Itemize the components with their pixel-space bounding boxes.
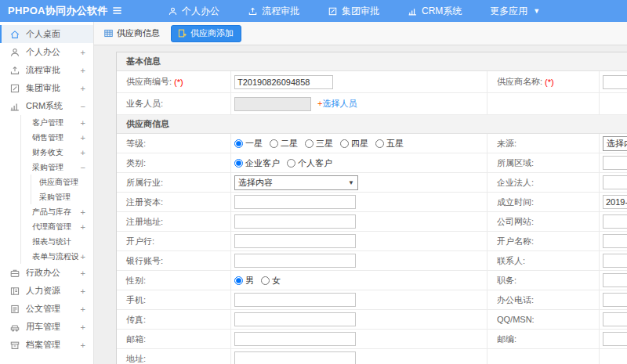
- radio-input[interactable]: [340, 139, 349, 148]
- address-input[interactable]: [234, 351, 356, 364]
- office-phone-input[interactable]: [603, 293, 627, 307]
- mobile-input[interactable]: [234, 293, 356, 307]
- radio-input[interactable]: [287, 159, 295, 168]
- required-mark: (*): [545, 77, 554, 87]
- level-option[interactable]: 三星: [305, 138, 333, 150]
- staff-input[interactable]: [234, 97, 311, 111]
- collapse-icon[interactable]: −: [78, 102, 85, 111]
- expand-icon[interactable]: +: [78, 133, 85, 142]
- sidebar-item-finance[interactable]: 财务收支 +: [21, 145, 93, 160]
- bank-no-input[interactable]: [234, 254, 356, 268]
- expand-icon[interactable]: +: [78, 207, 85, 217]
- nav-group-approval[interactable]: 集团审批: [328, 5, 379, 18]
- website-label: 公司网站:: [487, 212, 599, 231]
- expand-icon[interactable]: +: [78, 323, 85, 332]
- zip-input[interactable]: [603, 332, 627, 346]
- gender-option[interactable]: 男: [234, 275, 254, 287]
- sidebar-item-purchasing[interactable]: 采购管理: [31, 189, 93, 204]
- expand-icon[interactable]: +: [78, 268, 85, 278]
- zip-label: 邮编:: [487, 330, 599, 348]
- expand-icon[interactable]: +: [78, 48, 85, 57]
- expand-icon[interactable]: +: [78, 287, 85, 296]
- sidebar-item-flow-approval[interactable]: 流程审批 +: [0, 61, 93, 79]
- industry-select[interactable]: 选择内容▼: [234, 175, 358, 190]
- sidebar-item-reports[interactable]: 报表与统计: [21, 234, 93, 249]
- level-option[interactable]: 一星: [234, 138, 263, 150]
- sidebar-item-personal-desktop[interactable]: 个人桌面: [0, 25, 93, 43]
- expand-icon[interactable]: +: [78, 66, 85, 75]
- radio-input[interactable]: [375, 139, 384, 148]
- level-option[interactable]: 四星: [340, 138, 368, 150]
- radio-input[interactable]: [234, 139, 243, 148]
- website-input[interactable]: [603, 214, 627, 229]
- radio-input[interactable]: [261, 276, 270, 285]
- sidebar-item-form-flow-settings[interactable]: 表单与流程设置 +: [21, 249, 93, 264]
- form-cell: [230, 330, 487, 348]
- tab-supplier-info[interactable]: 供应商信息: [103, 27, 160, 39]
- expand-icon[interactable]: +: [78, 252, 85, 261]
- expand-icon[interactable]: +: [78, 341, 85, 350]
- sidebar-item-crm-system[interactable]: CRM系统 −: [0, 97, 93, 115]
- form-cell: [230, 251, 487, 270]
- bank-input[interactable]: [234, 234, 356, 248]
- capital-input[interactable]: [234, 195, 356, 209]
- form-row: 业务人员: +选择人员: [117, 93, 627, 115]
- email-input[interactable]: [234, 332, 356, 346]
- nav-personal-office[interactable]: 个人办公: [168, 5, 219, 18]
- form-cell: [599, 93, 627, 114]
- level-option[interactable]: 五星: [375, 138, 404, 150]
- sidebar-item-customer-mgmt[interactable]: 客户管理 +: [21, 115, 93, 130]
- fax-input[interactable]: [234, 312, 356, 326]
- nav-flow-approval[interactable]: 流程审批: [248, 5, 299, 18]
- qq-input[interactable]: [603, 312, 627, 326]
- sidebar-item-personal-office[interactable]: 个人办公 +: [0, 43, 93, 61]
- nav-crm-system[interactable]: CRM系统: [408, 5, 462, 18]
- radio-input[interactable]: [234, 276, 243, 285]
- category-option[interactable]: 企业客户: [234, 157, 280, 169]
- form-cell: [599, 251, 627, 270]
- form-cell: [599, 71, 627, 92]
- title-input[interactable]: [603, 273, 627, 287]
- radio-input[interactable]: [234, 159, 243, 168]
- sidebar-item-sales-mgmt[interactable]: 销售管理 +: [21, 130, 93, 145]
- legal-input[interactable]: [603, 175, 627, 189]
- sidebar-item-archive-mgmt[interactable]: 档案管理 +: [0, 336, 93, 354]
- sidebar-item-admin-office[interactable]: 行政办公 +: [0, 264, 93, 282]
- form-row: 注册地址: 公司网站:: [117, 212, 627, 232]
- menu-toggle-icon[interactable]: [111, 5, 124, 17]
- nav-more-apps[interactable]: 更多应用 ▼: [490, 5, 540, 18]
- supplier-no-input[interactable]: [234, 75, 333, 89]
- collapse-icon[interactable]: −: [78, 163, 85, 172]
- expand-icon[interactable]: +: [78, 305, 85, 314]
- choose-person-link[interactable]: +选择人员: [317, 98, 357, 110]
- sidebar-item-document-mgmt[interactable]: 公文管理 +: [0, 300, 93, 318]
- account-name-input[interactable]: [603, 234, 627, 248]
- sidebar-item-supplier-mgmt[interactable]: 供应商管理: [31, 175, 93, 189]
- reg-address-input[interactable]: [234, 214, 356, 229]
- contact-label: 联系人:: [487, 251, 599, 270]
- level-option[interactable]: 二星: [270, 138, 298, 150]
- nav-label: 更多应用: [490, 5, 527, 18]
- sidebar-item-group-approval[interactable]: 集团审批 +: [0, 79, 93, 97]
- sidebar-item-product-stock[interactable]: 产品与库存 +: [21, 204, 93, 219]
- supplier-name-input[interactable]: [603, 75, 627, 89]
- expand-icon[interactable]: +: [78, 222, 85, 232]
- founded-date-input[interactable]: [603, 195, 627, 209]
- sidebar-item-vehicle-mgmt[interactable]: 用车管理 +: [0, 318, 93, 336]
- expand-icon[interactable]: +: [78, 118, 85, 128]
- book-icon: [9, 286, 20, 297]
- expand-icon[interactable]: +: [78, 148, 85, 157]
- gender-option[interactable]: 女: [261, 275, 281, 287]
- source-select[interactable]: 选择内容▼: [603, 136, 627, 151]
- office-phone-label: 办公电话:: [487, 290, 599, 309]
- sidebar-item-purchase-mgmt[interactable]: 采购管理 −: [21, 160, 93, 175]
- contact-input[interactable]: [603, 254, 627, 268]
- radio-input[interactable]: [270, 139, 278, 148]
- region-input[interactable]: [603, 156, 627, 170]
- sidebar-item-human-resources[interactable]: 人力资源 +: [0, 282, 93, 300]
- category-option[interactable]: 个人客户: [287, 157, 332, 169]
- sidebar-item-agent-mgmt[interactable]: 代理商管理 +: [21, 219, 93, 234]
- radio-input[interactable]: [305, 139, 314, 148]
- tab-supplier-add[interactable]: 供应商添加: [171, 25, 241, 42]
- expand-icon[interactable]: +: [78, 84, 85, 93]
